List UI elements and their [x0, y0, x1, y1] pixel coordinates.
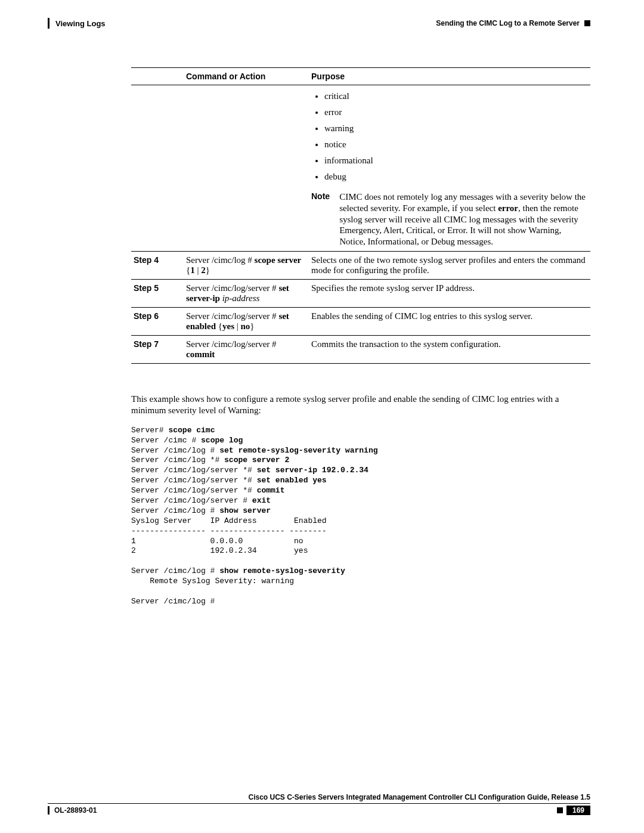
note-text: CIMC does not remotely log any messages … [339, 191, 588, 247]
purpose-cell: Specifies the remote syslog server IP ad… [309, 279, 590, 307]
step-label: Step 6 [131, 307, 184, 335]
header-right-text: Sending the CIMC Log to a Remote Server [436, 19, 580, 27]
footer-square-icon [557, 807, 563, 813]
command-cell: Server /cimc/log/server # set server-ip … [184, 279, 309, 307]
table-row: Step 4 Server /cimc/log # scope server {… [131, 251, 590, 279]
sev-item: notice [324, 140, 588, 150]
table-row: critical error warning notice informatio… [131, 85, 590, 252]
purpose-cell: Enables the sending of CIMC log entries … [309, 307, 590, 335]
command-cell: Server /cimc/log/server # set enabled {y… [184, 307, 309, 335]
page-footer: Cisco UCS C-Series Servers Integrated Ma… [48, 793, 590, 815]
col-step [131, 68, 184, 85]
step-label: Step 4 [131, 251, 184, 279]
header-square-icon [584, 20, 590, 26]
severity-cell: critical error warning notice informatio… [309, 85, 590, 252]
footer-docid: OL-28893-01 [54, 806, 97, 815]
col-purpose: Purpose [309, 68, 590, 85]
table-row: Step 7 Server /cimc/log/server # commit … [131, 335, 590, 363]
command-table: Command or Action Purpose critical error… [131, 67, 590, 364]
command-cell: Server /cimc/log/server # commit [184, 335, 309, 363]
table-row: Step 5 Server /cimc/log/server # set ser… [131, 279, 590, 307]
sev-item: critical [324, 91, 588, 101]
footer-guide-title: Cisco UCS C-Series Servers Integrated Ma… [48, 793, 590, 801]
footer-marker-icon [48, 806, 49, 815]
example-code: Server# scope cimc Server /cimc # scope … [131, 426, 590, 607]
header-marker-icon [48, 18, 49, 29]
sev-item: informational [324, 156, 588, 166]
page-number: 169 [566, 806, 590, 815]
purpose-cell: Selects one of the two remote syslog ser… [309, 251, 590, 279]
command-cell: Server /cimc/log # scope server {1 | 2} [184, 251, 309, 279]
note-label: Note [311, 191, 330, 247]
header-left-text: Viewing Logs [55, 19, 106, 28]
sev-item: debug [324, 172, 588, 182]
sev-item: warning [324, 123, 588, 134]
col-action: Command or Action [184, 68, 309, 85]
purpose-cell: Commits the transaction to the system co… [309, 335, 590, 363]
page-header: Viewing Logs Sending the CIMC Log to a R… [48, 18, 590, 32]
table-row: Step 6 Server /cimc/log/server # set ena… [131, 307, 590, 335]
step-label: Step 5 [131, 279, 184, 307]
sev-item: error [324, 107, 588, 117]
example-intro: This example shows how to configure a re… [131, 394, 590, 417]
step-label: Step 7 [131, 335, 184, 363]
